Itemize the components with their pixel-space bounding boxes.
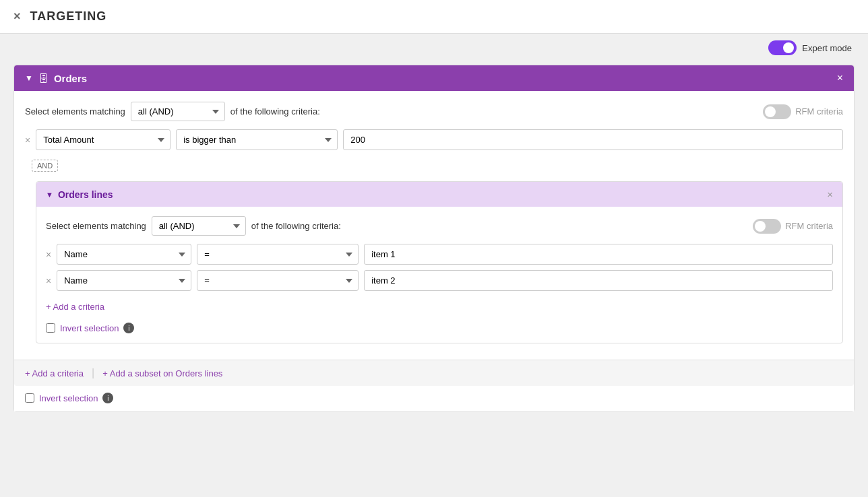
orders-lines-header: ▼ Orders lines ×: [36, 182, 842, 207]
orders-criteria-suffix: of the following criteria:: [230, 106, 320, 117]
and-badge-label: AND: [32, 160, 58, 172]
orders-criteria-prefix: Select elements matching: [25, 106, 125, 117]
orders-lines-filter-0-close-icon[interactable]: ×: [46, 249, 51, 260]
orders-body: Select elements matching all (AND) any (…: [14, 91, 854, 360]
orders-lines-filter-0-field-select[interactable]: Name: [57, 244, 191, 265]
orders-lines-filter-1-close-icon[interactable]: ×: [46, 275, 51, 286]
orders-lines-matching-select[interactable]: all (AND) any (OR): [152, 216, 246, 236]
orders-criteria-row: Select elements matching all (AND) any (…: [25, 102, 843, 121]
orders-lines-rfm-area: RFM criteria: [753, 219, 833, 234]
orders-lines-body: Select elements matching all (AND) any (…: [36, 207, 842, 343]
orders-close-icon[interactable]: ×: [837, 72, 843, 84]
main-content: ▼ 🗄 Orders × Select elements matching al…: [0, 65, 868, 426]
orders-db-icon: 🗄: [38, 73, 49, 84]
orders-lines-add-criteria-label: + Add a criteria: [46, 302, 104, 312]
orders-lines-close-icon[interactable]: ×: [827, 189, 833, 200]
orders-lines-filter-row-1: × Name = != contains: [46, 270, 833, 291]
orders-lines-filter-1-op-select[interactable]: = != contains: [197, 270, 359, 291]
page-title: TARGETING: [30, 9, 107, 24]
orders-header-left: ▼ 🗄 Orders: [25, 73, 87, 84]
orders-rfm-area: RFM criteria: [763, 104, 843, 119]
orders-add-subset-btn[interactable]: + Add a subset on Orders lines: [102, 368, 222, 378]
orders-lines-title: Orders lines: [58, 189, 113, 200]
orders-chevron-icon[interactable]: ▼: [25, 73, 33, 83]
page-header: × TARGETING: [0, 0, 868, 34]
expert-mode-label: Expert mode: [802, 43, 852, 53]
orders-lines-add-criteria-btn[interactable]: + Add a criteria: [46, 296, 833, 317]
orders-lines-filter-0-value-input[interactable]: [364, 244, 833, 265]
orders-card-header: ▼ 🗄 Orders ×: [14, 65, 854, 91]
orders-title: Orders: [54, 73, 87, 84]
orders-lines-chevron-icon[interactable]: ▼: [46, 191, 53, 199]
orders-rfm-label: RFM criteria: [795, 106, 843, 117]
orders-matching-select[interactable]: all (AND) any (OR): [131, 102, 225, 121]
orders-lines-rfm-label: RFM criteria: [785, 221, 833, 231]
orders-lines-criteria-row: Select elements matching all (AND) any (…: [46, 216, 833, 236]
orders-lines-filter-0-op-select[interactable]: = != contains: [197, 244, 359, 265]
orders-invert-info-icon[interactable]: i: [102, 393, 113, 403]
orders-filter-0-close-icon[interactable]: ×: [25, 135, 30, 145]
orders-bottom-separator: |: [92, 367, 94, 379]
orders-lines-invert-info-icon[interactable]: i: [123, 323, 134, 333]
orders-lines-criteria-prefix: Select elements matching: [46, 221, 146, 231]
orders-lines-criteria-suffix: of the following criteria:: [251, 221, 341, 231]
orders-invert-row: Invert selection i: [14, 386, 854, 411]
orders-lines-rfm-toggle[interactable]: [753, 219, 781, 234]
close-icon[interactable]: ×: [13, 9, 21, 24]
orders-filter-0-value-input[interactable]: [343, 129, 843, 150]
orders-lines-invert-row: Invert selection i: [46, 317, 833, 336]
orders-lines-filter-1-field-select[interactable]: Name: [57, 270, 191, 291]
expert-mode-toggle[interactable]: [768, 40, 797, 55]
expert-mode-bar: Expert mode: [0, 34, 868, 62]
orders-card: ▼ 🗄 Orders × Select elements matching al…: [13, 65, 855, 412]
orders-filter-row-0: × Total Amount is bigger than is smaller…: [25, 129, 843, 150]
orders-invert-label: Invert selection: [39, 393, 98, 403]
orders-add-criteria-btn[interactable]: + Add a criteria: [25, 368, 84, 378]
orders-lines-header-left: ▼ Orders lines: [46, 189, 113, 200]
orders-rfm-toggle[interactable]: [763, 104, 791, 119]
and-badge: AND: [25, 156, 843, 176]
orders-lines-subcard: ▼ Orders lines × Select elements matchin…: [36, 181, 843, 343]
orders-lines-invert-checkbox[interactable]: [46, 323, 55, 333]
orders-invert-checkbox[interactable]: [25, 393, 34, 403]
orders-lines-filter-1-value-input[interactable]: [364, 270, 833, 291]
orders-lines-filter-row-0: × Name = != contains: [46, 244, 833, 265]
orders-filter-0-field-select[interactable]: Total Amount: [36, 129, 170, 150]
orders-bottom-bar: + Add a criteria | + Add a subset on Ord…: [14, 360, 854, 386]
orders-lines-invert-label: Invert selection: [60, 323, 119, 333]
orders-filter-0-op-select[interactable]: is bigger than is smaller than equals: [176, 129, 338, 150]
